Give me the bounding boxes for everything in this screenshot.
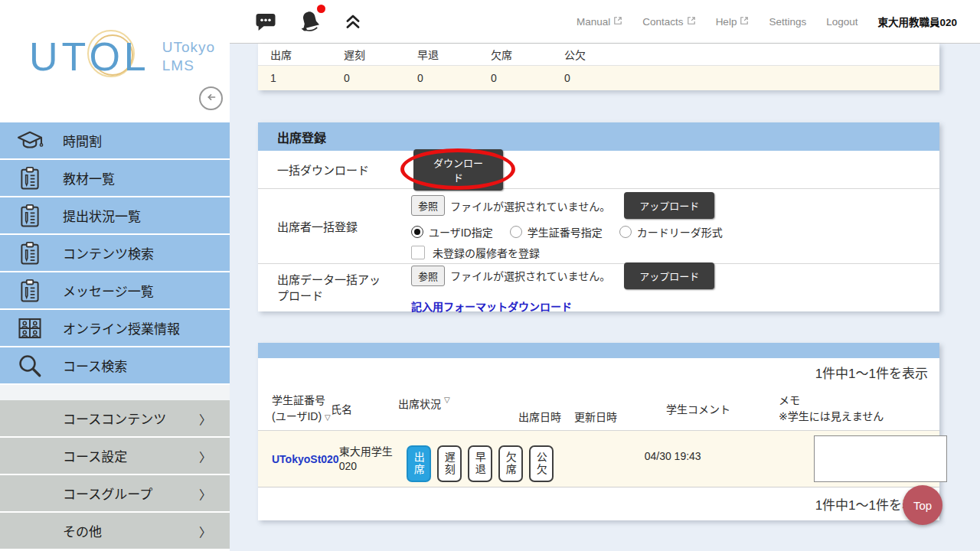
contacts-link-label: Contacts	[642, 16, 683, 28]
bulk-download-label: 一括ダウンロード	[277, 151, 411, 188]
radio-card-reader[interactable]	[619, 226, 632, 238]
file-status-text: ファイルが選択されていません。	[450, 268, 610, 283]
column-label: 出席状況	[398, 396, 441, 411]
update-datetime: 04/30 19:43	[645, 450, 701, 462]
column-header-student-id[interactable]: 学生証番号 (ユーザID)▽	[258, 386, 331, 430]
column-header-status[interactable]: 出席状況 ▽	[398, 386, 518, 430]
chevron-right-icon: 〉	[199, 522, 211, 540]
student-name-cell: 東大用学生020	[339, 431, 407, 487]
sidebar-item-messages[interactable]: メッセージ一覧	[0, 272, 230, 308]
memo-textarea[interactable]	[814, 435, 947, 482]
sidebar-item-label: 提出状況一覧	[63, 206, 141, 225]
upload-button[interactable]: アップロード	[624, 262, 714, 289]
sidebar-item-label: コンテンツ検索	[63, 243, 154, 262]
status-button-late[interactable]: 遅刻	[437, 445, 462, 482]
status-button-early-leave[interactable]: 早退	[468, 445, 492, 482]
attendance-summary-table: 出席 遅刻 早退 欠席 公欠 1 0 0 0 0	[258, 44, 939, 90]
file-status-text: ファイルが選択されていません。	[450, 198, 610, 214]
logo-subtext: UTokyo LMS	[162, 38, 215, 75]
download-button[interactable]: ダウンロード	[413, 149, 503, 191]
column-header-update-time: 更新日時	[574, 386, 666, 430]
clipboard-icon	[15, 164, 44, 193]
sidebar-item-label: コースコンテンツ	[63, 409, 199, 428]
logo-text: UTOL	[29, 37, 150, 77]
sidebar-item-others[interactable]: その他 〉	[0, 513, 230, 549]
table-top-bar	[258, 343, 939, 358]
table-header-row: 学生証番号 (ユーザID)▽ 氏名 出席状況 ▽ 出席日時 更新日時 学生コメン…	[258, 386, 939, 431]
result-count-footer: 1件中1〜1件を表示	[258, 487, 939, 520]
clipboard-icon	[15, 239, 44, 268]
status-button-absent[interactable]: 欠席	[498, 445, 523, 482]
sidebar-collapse-button[interactable]	[199, 86, 223, 110]
column-header-memo: メモ ※学生には見えません	[779, 386, 939, 430]
column-header-name: 氏名	[331, 386, 398, 430]
sidebar-item-course-contents[interactable]: コースコンテンツ 〉	[0, 400, 230, 436]
data-upload-row: 出席データ一括アップロード 参照 ファイルが選択されていません。 アップロード …	[258, 264, 939, 311]
scroll-to-top-button[interactable]: Top	[903, 485, 942, 525]
logo-subtext-line2: LMS	[162, 57, 215, 75]
clipboard-icon	[15, 276, 44, 305]
sidebar-item-course-search[interactable]: コース検索	[0, 347, 230, 383]
sidebar-item-label: コース検索	[63, 356, 127, 375]
summary-value-present: 1	[258, 72, 332, 84]
user-name: 東大用教職員020	[877, 14, 957, 29]
status-buttons-cell: 出席 遅刻 早退 欠席 公欠	[407, 431, 554, 487]
manual-link[interactable]: Manual	[577, 16, 622, 28]
settings-link[interactable]: Settings	[769, 16, 806, 28]
format-download-link[interactable]: 記入用フォーマットダウンロード	[411, 298, 572, 314]
student-attendance-table: 1件中1〜1件を表示 学生証番号 (ユーザID)▽ 氏名 出席状況 ▽ 出席日時…	[258, 343, 939, 520]
data-upload-label: 出席データ一括アップロード	[277, 264, 411, 311]
sidebar-item-submission-status[interactable]: 提出状況一覧	[0, 197, 230, 233]
back-arrow-icon	[203, 89, 220, 109]
radio-student-number[interactable]	[510, 226, 522, 238]
main-content: 出席 遅刻 早退 欠席 公欠 1 0 0 0 0 出席登録 一括ダウンロード ダ…	[230, 44, 980, 551]
chevron-right-icon: 〉	[199, 409, 211, 428]
online-class-icon	[15, 314, 44, 343]
sidebar-item-timetable[interactable]: 時間割	[0, 122, 230, 158]
external-link-icon	[687, 16, 696, 28]
sort-icon[interactable]: ▽	[325, 413, 331, 422]
radio-user-id-label: ユーザID指定	[429, 224, 493, 240]
student-name: 東大用学生020	[339, 445, 407, 474]
collapse-up-icon[interactable]	[343, 11, 363, 31]
sidebar-item-online-class-info[interactable]: オンライン授業情報	[0, 310, 230, 346]
sidebar-item-course-group[interactable]: コースグループ 〉	[0, 475, 230, 511]
column-label: 学生証番号	[272, 394, 325, 406]
upload-button[interactable]: アップロード	[624, 192, 714, 219]
bell-icon[interactable]	[297, 8, 323, 34]
browse-button[interactable]: 参照	[411, 266, 445, 286]
sidebar-divider	[0, 385, 230, 400]
status-button-excused[interactable]: 公欠	[529, 445, 554, 482]
summary-header-row: 出席 遅刻 早退 欠席 公欠	[258, 44, 939, 66]
help-link[interactable]: Help	[716, 16, 750, 28]
column-label: (ユーザID)	[272, 410, 322, 422]
bulk-register-row: 出席者一括登録 参照 ファイルが選択されていません。 アップロード ユーザID指…	[258, 189, 939, 264]
contacts-link[interactable]: Contacts	[642, 16, 695, 28]
logout-link[interactable]: Logout	[826, 16, 858, 28]
column-label: 氏名	[331, 401, 352, 416]
sidebar-item-course-settings[interactable]: コース設定 〉	[0, 438, 230, 474]
sidebar-item-materials[interactable]: 教材一覧	[0, 160, 230, 196]
result-count-text: 1件中1〜1件を表示	[258, 358, 939, 386]
column-label: 学生コメント	[666, 401, 730, 416]
register-unenrolled-checkbox[interactable]	[411, 246, 425, 259]
student-id-link[interactable]: UTokyoSt020	[272, 453, 339, 465]
status-button-present[interactable]: 出席	[407, 445, 431, 482]
column-label-note: ※学生には見えません	[779, 410, 884, 422]
summary-value-early-leave: 0	[405, 72, 479, 84]
sidebar-item-label: 時間割	[63, 131, 102, 150]
sidebar-item-content-search[interactable]: コンテンツ検索	[0, 235, 230, 271]
sidebar-menu: 時間割 教材一覧 提出状況一覧 コンテンツ検索 メッセージ一覧 オンライン授業情…	[0, 122, 230, 549]
chevron-right-icon: 〉	[199, 447, 211, 465]
attendance-registration-section: 出席登録 一括ダウンロード ダウンロード 出席者一括登録 参照 ファイルが選択さ…	[258, 122, 939, 311]
summary-header-excused: 公欠	[552, 47, 626, 62]
settings-link-label: Settings	[769, 16, 806, 28]
browse-button[interactable]: 参照	[411, 195, 445, 216]
update-datetime-cell: 04/30 19:43	[609, 431, 701, 487]
sidebar-item-label: コース設定	[63, 446, 199, 465]
sort-icon[interactable]: ▽	[444, 396, 450, 404]
sidebar: UTOL UTokyo LMS 時間割 教材一覧 提出状況一覧 コンテンツ検索	[0, 0, 230, 551]
radio-user-id[interactable]	[411, 226, 423, 238]
sidebar-item-label: メッセージ一覧	[63, 281, 154, 300]
chat-icon[interactable]	[254, 10, 277, 33]
